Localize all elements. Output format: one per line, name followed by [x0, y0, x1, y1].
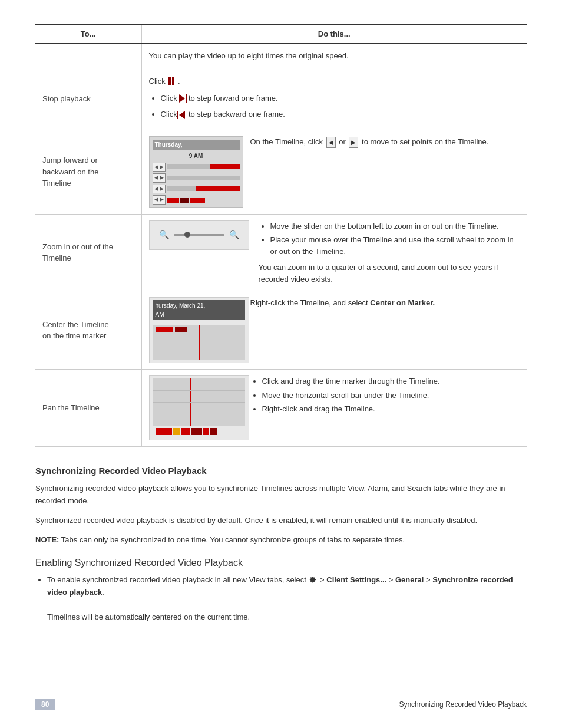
timeline-row: ◀ ▶: [153, 185, 240, 194]
page-footer: 80 Synchronizing Recorded Video Playback: [35, 699, 527, 710]
pan-bar-dark: [210, 428, 217, 435]
zoom-out-icon: 🔍: [159, 229, 169, 241]
jump-timeline-image: Thursday, 9 AM ◀ ▶: [149, 136, 243, 208]
stop-label: Stop playback: [42, 94, 91, 103]
center-marker: [199, 325, 200, 360]
zoom-content: 🔍 🔍 Move the slider on the bottom left t…: [149, 220, 520, 285]
center-bar: [156, 327, 173, 332]
bullet2-suffix: to step backward one frame.: [189, 110, 285, 118]
stop-click-line: Click .: [149, 74, 520, 88]
timeline-note: Timelines will be automatically centered…: [47, 612, 250, 621]
zoom-bullets: Move the slider on the bottom left to zo…: [259, 220, 520, 285]
tl-red-bar: [210, 164, 239, 169]
jump-or: or: [339, 137, 348, 146]
table-row: Pan the Timeline: [35, 370, 527, 447]
timeline-thumbnail: Thursday, 9 AM ◀ ▶: [149, 136, 243, 208]
tl-bar-area2: [167, 176, 240, 180]
grid-line: [153, 390, 245, 391]
row-do-center: hursday, March 21,AM Right-click t: [141, 291, 527, 370]
zoom-slider-track: [174, 234, 224, 236]
row-to-zoom: Zoom in or out of theTimeline: [35, 214, 141, 291]
grid-line: [153, 402, 245, 403]
tl-bar-area: [167, 164, 240, 169]
center-bar: [175, 327, 187, 332]
jump-text-content: On the Timeline, click: [250, 137, 325, 146]
row-to-center: Center the Timelineon the time marker: [35, 291, 141, 370]
note-text: Tabs can only be synchronized to one tim…: [61, 535, 405, 544]
tl-prev-btn: ◀: [154, 174, 158, 182]
pan-bar: [181, 428, 190, 435]
nav-next-icon: ▶: [349, 137, 358, 148]
tl-nav-buttons: ◀ ▶: [153, 173, 166, 183]
center-text-prefix: Right-click the Timeline, and select: [250, 298, 368, 307]
tl-nav-buttons: ◀ ▶: [153, 195, 166, 205]
pan-bullets-col: Click and drag the time marker through t…: [250, 375, 520, 417]
timeline-rows: ◀ ▶ ◀ ▶: [153, 163, 240, 205]
page-number: 80: [35, 699, 55, 710]
tl-color-bar: [167, 198, 179, 203]
pan-bar-orange: [173, 428, 180, 435]
list-item: Move the horizontal scroll bar under the…: [262, 390, 520, 401]
grid-line: [153, 414, 245, 414]
list-item: Move the slider on the bottom left to zo…: [270, 220, 520, 232]
center-text: Right-click the Timeline, and select Cen…: [250, 297, 520, 309]
center-content: hursday, March 21,AM Right-click t: [149, 297, 520, 363]
timeline-row: ◀ ▶: [153, 195, 240, 205]
zoom-slider-thumb: [184, 232, 190, 238]
enable-prefix: To enable synchronized recorded video pl…: [47, 575, 308, 584]
row-do-speed: You can play the video up to eight times…: [141, 44, 527, 68]
table-row: Jump forward orbackward on theTimeline T…: [35, 130, 527, 214]
main-table: To... Do this... You can play the video …: [35, 24, 527, 447]
row-to-pan: Pan the Timeline: [35, 370, 141, 447]
pan-bar: [203, 428, 209, 435]
footer-right-text: Synchronizing Recorded Video Playback: [399, 700, 527, 709]
click-text: Click: [149, 77, 168, 85]
center-thumb-header: hursday, March 21,AM: [153, 300, 245, 320]
center-thumb: hursday, March 21,AM: [149, 297, 249, 363]
timeline-row: ◀ ▶: [153, 163, 240, 172]
tl-nav-buttons: ◀ ▶: [153, 163, 166, 172]
speed-text: You can play the video up to eight times…: [149, 51, 349, 60]
tl-color-bar: [190, 198, 205, 203]
pause-bar-left: [168, 77, 171, 85]
center-thumb-inner: [153, 325, 245, 360]
table-row: You can play the video up to eight times…: [35, 44, 527, 68]
row-do-jump: Thursday, 9 AM ◀ ▶: [141, 130, 527, 214]
pause-bar-right: [172, 77, 174, 85]
table-row: Center the Timelineon the time marker hu…: [35, 291, 527, 370]
pause-icon: [168, 77, 174, 85]
tl-next-btn: ▶: [160, 163, 164, 172]
row-to-jump: Jump forward orbackward on theTimeline: [35, 130, 141, 214]
stop-content: Click . Click to step forward one frame.: [149, 74, 520, 121]
row-to-speed: [35, 44, 141, 68]
client-settings-bold: Client Settings...: [326, 575, 386, 584]
list-item: To enable synchronized recorded video pl…: [47, 574, 527, 623]
col-to-header: To...: [35, 24, 141, 44]
list-item: Place your mouse over the Timeline and u…: [270, 234, 520, 257]
pan-bar-dark: [191, 428, 202, 435]
center-bold-text: Center on Marker.: [370, 298, 435, 307]
sync-note: NOTE: Tabs can only be synchronized to o…: [35, 534, 527, 546]
tl-bar-area3: [167, 186, 240, 191]
pan-timeline-image: [149, 375, 243, 440]
list-item: Click to step backward one frame.: [161, 107, 520, 121]
sync-section: Synchronizing Recorded Video Playback Sy…: [35, 466, 527, 623]
center-bold: Center on Marker.: [370, 298, 435, 307]
table-row: Stop playback Click . Click: [35, 68, 527, 130]
tl-prev-btn: ◀: [154, 185, 158, 193]
pan-thumb-inner: [153, 378, 245, 426]
enable-list: To enable synchronized recorded video pl…: [47, 574, 527, 623]
stop-bullets: Click to step forward one frame. Click t…: [161, 91, 520, 121]
pan-bars: [153, 426, 245, 437]
pan-content: Click and drag the time marker through t…: [149, 375, 520, 440]
timeline-thumb-time: 9 AM: [153, 151, 240, 160]
timeline-thumb-header: Thursday,: [153, 140, 240, 150]
row-do-stop: Click . Click to step forward one frame.: [141, 68, 527, 130]
zoom-in-icon: 🔍: [229, 229, 239, 241]
pan-bar: [156, 428, 172, 435]
timeline-row: ◀ ▶: [153, 173, 240, 183]
sync-subheading: Enabling Synchronized Recorded Video Pla…: [35, 558, 527, 568]
zoom-thumbnail: 🔍 🔍: [149, 220, 249, 250]
list-item: Click and drag the time marker through t…: [262, 375, 520, 387]
tl-prev-btn: ◀: [154, 196, 158, 204]
